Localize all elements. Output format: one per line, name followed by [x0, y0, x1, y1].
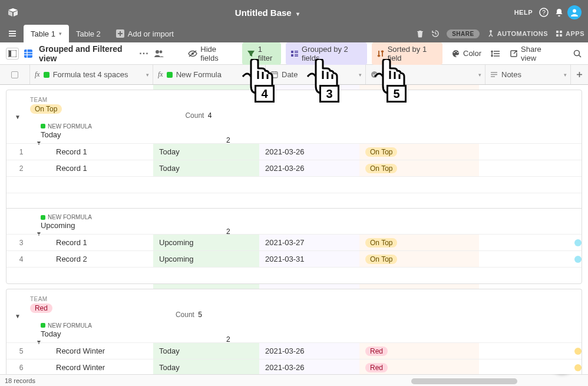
share-button[interactable]: SHARE — [447, 29, 480, 38]
add-field-button[interactable] — [570, 65, 588, 84]
cell-team[interactable]: On Top — [359, 251, 479, 267]
svg-point-34 — [455, 51, 457, 52]
cell-date[interactable]: 2021-03-26 — [259, 343, 359, 359]
record-row[interactable]: 5 Record Winter Today 2021-03-26 Red — [6, 342, 582, 359]
cell-date[interactable]: 2021-03-26 — [259, 160, 359, 176]
cell-formula2[interactable]: Today — [153, 343, 259, 359]
subgroup-header: ▼ NEW FORMULA Upcoming 2 — [6, 208, 582, 234]
cell-notes[interactable] — [479, 235, 574, 250]
chevron-down-icon[interactable]: ▾ — [359, 72, 362, 78]
cell-notes[interactable] — [479, 359, 574, 374]
chevron-down-icon[interactable]: ▾ — [259, 72, 262, 78]
select-all-checkbox[interactable] — [0, 65, 29, 84]
tab-bar-right: SHARE AUTOMATIONS APPS — [416, 25, 584, 42]
cell-team[interactable]: On Top — [359, 235, 479, 250]
cell-formula2[interactable]: Upcoming — [153, 235, 259, 250]
horizontal-scrollbar[interactable] — [411, 378, 517, 384]
column-label: Notes — [501, 70, 521, 79]
color-icon — [452, 50, 460, 58]
column-header-row: fx Formula test 4 spaces ▾ fx New Formul… — [0, 65, 588, 85]
color-swatch-icon — [41, 215, 45, 220]
chevron-down-icon[interactable]: ▾ — [146, 72, 149, 78]
sidebar-toggle-icon[interactable] — [6, 48, 19, 60]
group-button[interactable]: Grouped by 2 fields — [286, 42, 367, 65]
filter-icon — [247, 50, 255, 58]
primary-cell[interactable]: Record Winter — [36, 347, 153, 355]
cell-date[interactable]: 2021-03-27 — [259, 235, 359, 250]
primary-cell[interactable]: Record 2 — [36, 255, 153, 263]
cell-notes[interactable] — [479, 160, 582, 176]
cell-formula2[interactable]: Today — [153, 160, 259, 176]
add-or-import-button[interactable]: Add or import — [116, 25, 174, 42]
record-row[interactable]: 1 Record 1 Today 2021-03-26 On Top — [6, 143, 582, 160]
svg-rect-41 — [271, 72, 278, 78]
column-header-team[interactable]: Team ▾ — [365, 65, 485, 84]
help-icon[interactable]: ? — [536, 8, 551, 17]
group-label: Grouped by 2 fields — [302, 45, 362, 62]
help-button[interactable]: HELP — [514, 9, 533, 16]
svg-point-35 — [457, 52, 458, 53]
column-header-formula2[interactable]: fx New Formula ▾ — [153, 65, 265, 84]
record-row[interactable]: 3 Record 1 Upcoming 2021-03-27 On Top — [6, 234, 582, 250]
record-row[interactable]: 4 Record 2 Upcoming 2021-03-31 On Top — [6, 250, 582, 267]
record-row[interactable]: 6 Record Winter Today 2021-03-26 Red — [6, 359, 582, 374]
cell-team[interactable]: Red — [359, 343, 479, 359]
cell-date[interactable]: 2021-03-26 — [259, 359, 359, 374]
primary-cell[interactable]: Record 1 — [36, 238, 153, 247]
notifications-icon[interactable] — [551, 8, 567, 17]
view-menu-icon[interactable]: ··· — [139, 48, 148, 59]
column-header-formula1[interactable]: fx Formula test 4 spaces ▾ — [29, 65, 153, 84]
cell-team[interactable]: Red — [359, 359, 479, 374]
add-inline-row[interactable] — [6, 176, 582, 193]
row-height-icon[interactable] — [491, 50, 500, 58]
automations-button[interactable]: AUTOMATIONS — [487, 29, 548, 38]
row-color-dot — [574, 364, 582, 371]
share-view-button[interactable]: Share view — [505, 42, 560, 65]
record-row[interactable]: 2 Record 1 Today 2021-03-26 On Top — [6, 160, 582, 176]
column-header-notes[interactable]: Notes ▾ — [485, 65, 570, 84]
cell-notes[interactable] — [479, 343, 574, 359]
primary-cell[interactable]: Record 1 — [36, 164, 153, 173]
chevron-down-icon[interactable]: ▾ — [564, 72, 567, 78]
svg-rect-31 — [295, 54, 298, 55]
filter-button[interactable]: 1 filter — [242, 42, 281, 65]
chevron-down-icon[interactable]: ▾ — [478, 72, 481, 78]
base-title[interactable]: Untitled Base ▾ — [20, 8, 514, 18]
share-view-icon — [510, 50, 518, 58]
cell-team[interactable]: On Top — [359, 144, 479, 160]
grid-view-icon[interactable] — [24, 49, 33, 58]
trash-icon[interactable] — [416, 29, 424, 38]
cell-formula2[interactable]: Today — [153, 359, 259, 374]
add-inline-row[interactable] — [6, 267, 582, 283]
tab-table-1[interactable]: Table 1 ▾ — [24, 25, 69, 42]
hide-fields-button[interactable]: Hide fields — [183, 42, 237, 65]
caret-down-icon: ▾ — [296, 11, 299, 17]
svg-rect-14 — [560, 31, 562, 33]
cell-team[interactable]: On Top — [359, 160, 479, 176]
sort-button[interactable]: Sorted by 1 field — [372, 42, 442, 65]
row-number: 5 — [6, 347, 36, 355]
subgroup-header: ▼ NEW FORMULA Today 2 — [6, 117, 582, 143]
tab-table-2[interactable]: Table 2 — [69, 25, 108, 42]
svg-line-40 — [579, 55, 582, 57]
cell-formula2[interactable]: Upcoming — [153, 251, 259, 267]
cell-notes[interactable] — [479, 251, 574, 267]
menu-icon[interactable] — [4, 25, 21, 42]
view-name[interactable]: Grouped and Filtered view — [39, 44, 134, 63]
account-avatar[interactable] — [567, 5, 582, 19]
column-header-date[interactable]: Date ▾ — [265, 65, 365, 84]
cell-date[interactable]: 2021-03-26 — [259, 144, 359, 160]
search-icon[interactable] — [573, 49, 582, 58]
collaborators-icon[interactable] — [154, 50, 164, 58]
history-icon[interactable] — [431, 29, 440, 38]
plus-icon — [116, 29, 124, 38]
color-button[interactable]: Color — [447, 47, 486, 60]
primary-cell[interactable]: Record Winter — [36, 363, 153, 372]
primary-cell[interactable]: Record 1 — [36, 147, 153, 156]
cell-notes[interactable] — [479, 144, 582, 160]
color-label: Color — [463, 49, 481, 58]
apps-button[interactable]: APPS — [555, 29, 584, 38]
cell-formula2[interactable]: Today — [153, 144, 259, 160]
cell-date[interactable]: 2021-03-31 — [259, 251, 359, 267]
status-bar: 18 records — [0, 374, 588, 386]
